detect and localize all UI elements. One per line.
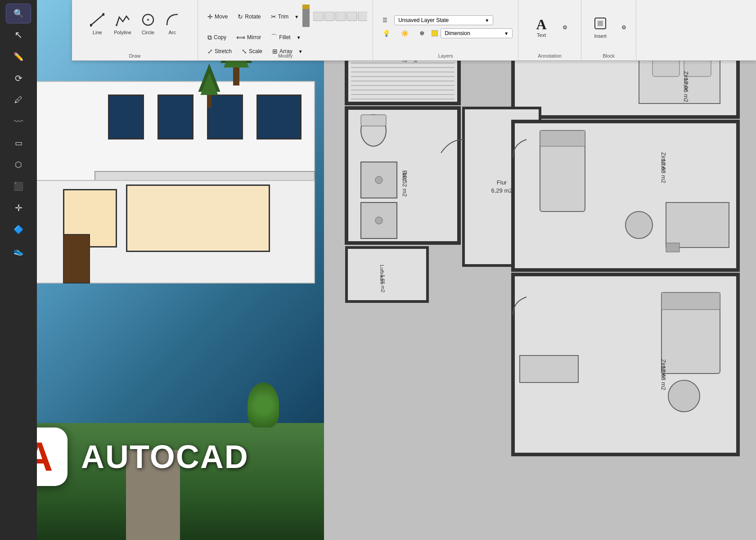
mirror-tool-button[interactable]: ⟺ Mirror bbox=[232, 32, 265, 43]
sidebar-btn-measure[interactable]: 🔷 bbox=[6, 220, 31, 239]
layers-dropdown[interactable]: Unsaved Layer State ▼ bbox=[394, 15, 493, 25]
fillet-chevron: ▼ bbox=[297, 35, 301, 40]
arc-icon bbox=[165, 13, 180, 29]
layer-color-swatch[interactable] bbox=[432, 30, 438, 36]
line-icon bbox=[90, 13, 104, 29]
svg-rect-58 bbox=[302, 18, 310, 22]
svg-rect-35 bbox=[662, 292, 720, 310]
draw-section-title: Draw bbox=[129, 53, 141, 58]
circle-tool-button[interactable]: Circle bbox=[136, 10, 160, 37]
sidebar-btn-block[interactable]: ⬛ bbox=[6, 176, 31, 196]
stretch-tool-button[interactable]: ⤢ Stretch bbox=[203, 46, 236, 57]
sidebar-btn-pencil[interactable]: ✏️ bbox=[6, 47, 31, 67]
sidebar-btn-shape[interactable]: ⬡ bbox=[6, 155, 31, 175]
text-label: Text bbox=[537, 32, 546, 38]
sun-icon: ☀️ bbox=[401, 30, 409, 37]
svg-rect-26 bbox=[666, 243, 680, 252]
insert-icon bbox=[593, 16, 608, 32]
polyline-tool-button[interactable]: Polyline bbox=[110, 10, 135, 37]
freeze-icon: ❄ bbox=[419, 30, 425, 37]
search-icon: 🔍 bbox=[14, 9, 23, 18]
text-icon: A bbox=[536, 17, 547, 32]
svg-text:1,65 m2: 1,65 m2 bbox=[380, 274, 386, 292]
move-icon: ✛ bbox=[207, 13, 213, 20]
photo-background: A AUTOCAD bbox=[0, 0, 342, 540]
annotation-section: A Text ⚙ Annotation bbox=[518, 0, 581, 60]
block-settings-btn[interactable]: ⚙ bbox=[617, 22, 630, 32]
floorplan-background: Schrank 8,38 m2 Zimmer 17,96 m2 Bad 10,5… bbox=[324, 0, 756, 540]
svg-point-14 bbox=[375, 176, 382, 184]
sidebar-btn-pen[interactable]: 🖊 bbox=[6, 90, 31, 110]
svg-point-54 bbox=[147, 19, 149, 21]
svg-rect-56 bbox=[302, 9, 310, 14]
rotate-icon: ↻ bbox=[238, 13, 243, 20]
sidebar-btn-foot[interactable]: 👟 bbox=[6, 241, 31, 261]
layers-panel-btn[interactable]: ☰ bbox=[378, 15, 392, 25]
svg-rect-30 bbox=[346, 248, 428, 302]
block-section-title: Block bbox=[603, 53, 615, 58]
svg-rect-37 bbox=[520, 356, 578, 382]
svg-line-49 bbox=[91, 14, 104, 25]
annotation-settings-btn[interactable]: ⚙ bbox=[558, 22, 572, 32]
color-strip-1 bbox=[302, 4, 310, 29]
svg-rect-55 bbox=[302, 4, 310, 9]
insert-tool-button[interactable]: Insert bbox=[587, 14, 614, 41]
polyline-icon bbox=[116, 13, 130, 29]
spline-icon: 〰 bbox=[14, 117, 23, 127]
svg-rect-61 bbox=[324, 12, 334, 21]
svg-point-16 bbox=[375, 217, 382, 224]
text-tool-button[interactable]: A Text bbox=[528, 15, 555, 40]
autocad-logo-area: A AUTOCAD bbox=[9, 428, 249, 486]
sidebar-btn-spline[interactable]: 〰 bbox=[6, 112, 31, 131]
pen-icon: 🖊 bbox=[14, 95, 22, 105]
block-icon: ⬛ bbox=[14, 181, 23, 191]
settings-icon: ⚙ bbox=[562, 24, 567, 31]
sidebar-btn-lasso[interactable]: ⟳ bbox=[6, 68, 31, 88]
block-settings-icon: ⚙ bbox=[621, 24, 626, 31]
arc-label: Arc bbox=[169, 30, 176, 35]
shape-icon: ⬡ bbox=[15, 160, 22, 170]
svg-rect-12 bbox=[361, 115, 386, 126]
svg-point-52 bbox=[116, 24, 117, 26]
layers-icon: ☰ bbox=[382, 17, 387, 23]
svg-rect-57 bbox=[302, 14, 310, 18]
copy-tool-button[interactable]: ⧉ Copy bbox=[203, 32, 230, 43]
svg-text:6,29 m2: 6,29 m2 bbox=[491, 187, 513, 194]
circle-icon bbox=[141, 13, 155, 29]
svg-rect-24 bbox=[540, 130, 585, 146]
sidebar-btn-search[interactable]: 🔍 bbox=[6, 4, 31, 23]
trim-chevron: ▼ bbox=[294, 14, 299, 19]
array-chevron: ▼ bbox=[298, 49, 303, 54]
layers-dropdown-chevron: ▼ bbox=[485, 18, 489, 23]
svg-rect-66 bbox=[598, 21, 603, 26]
lightbulb-btn[interactable]: 💡 bbox=[378, 28, 394, 39]
sun-btn[interactable]: ☀️ bbox=[397, 28, 413, 39]
scale-tool-button[interactable]: ⤡ Scale bbox=[238, 46, 266, 57]
toolbar-wrapper: Line Polyline Circle bbox=[36, 0, 756, 61]
sidebar-btn-select[interactable]: ↖ bbox=[6, 25, 31, 45]
svg-text:Flur: Flur bbox=[497, 179, 507, 186]
draw-section: Line Polyline Circle bbox=[72, 0, 198, 60]
freeze-btn[interactable]: ❄ bbox=[415, 28, 429, 39]
window-upper-2 bbox=[158, 94, 194, 140]
block-section: Insert ⚙ Block bbox=[581, 0, 636, 60]
sidebar-btn-move[interactable]: ✛ bbox=[6, 198, 31, 218]
pencil-icon: ✏️ bbox=[14, 52, 23, 62]
plant-1 bbox=[248, 382, 279, 428]
select-icon: ↖ bbox=[14, 29, 22, 41]
annotation-section-title: Annotation bbox=[538, 53, 562, 58]
floorplan-svg: Schrank 8,38 m2 Zimmer 17,96 m2 Bad 10,5… bbox=[324, 0, 756, 540]
dimension-dropdown[interactable]: Dimension ▼ bbox=[441, 28, 513, 38]
window-upper-1 bbox=[108, 94, 144, 140]
arc-tool-button[interactable]: Arc bbox=[161, 10, 184, 37]
sidebar-btn-rectangle[interactable]: ▭ bbox=[6, 133, 31, 153]
fillet-tool-button[interactable]: ⌒ Fillet bbox=[267, 32, 294, 43]
svg-point-27 bbox=[626, 212, 652, 238]
rectangle-icon: ▭ bbox=[15, 138, 22, 148]
move-tool-button[interactable]: ✛ Move bbox=[203, 11, 232, 22]
line-tool-button[interactable]: Line bbox=[86, 10, 109, 37]
trim-tool-button[interactable]: ✂ Trim bbox=[267, 11, 293, 22]
svg-text:12,63 m2: 12,63 m2 bbox=[660, 366, 667, 390]
polyline-label: Polyline bbox=[114, 30, 131, 35]
rotate-tool-button[interactable]: ↻ Rotate bbox=[234, 11, 265, 22]
